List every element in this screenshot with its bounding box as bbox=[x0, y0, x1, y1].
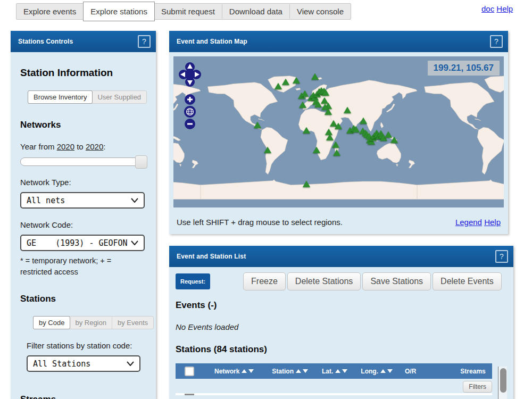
station-information-heading: Station Information bbox=[20, 67, 146, 79]
stations-table-header: Network Station Lat. Long. O/R Streams bbox=[176, 363, 492, 379]
save-stations-button[interactable]: Save Stations bbox=[362, 272, 431, 290]
request-button[interactable]: Request: bbox=[176, 273, 210, 289]
station-marker[interactable] bbox=[293, 77, 300, 84]
streams-heading: Streams bbox=[20, 394, 146, 399]
list-help-button[interactable]: ? bbox=[495, 250, 508, 263]
station-marker[interactable] bbox=[275, 83, 282, 89]
help-link[interactable]: Help bbox=[496, 4, 513, 13]
stations-table-scrollbar[interactable] bbox=[498, 367, 507, 399]
column-streams: Streams bbox=[460, 368, 485, 375]
sort-station-asc-icon[interactable] bbox=[296, 369, 301, 373]
chevron-down-icon bbox=[131, 198, 138, 203]
tab-submit-request[interactable]: Submit request bbox=[154, 4, 222, 19]
year-from-value[interactable]: 2020 bbox=[57, 142, 74, 151]
delete-stations-button[interactable]: Delete Stations bbox=[287, 272, 361, 290]
legend-link[interactable]: Legend bbox=[455, 218, 482, 227]
list-toolbar: Request: Freeze Delete Stations Save Sta… bbox=[169, 267, 513, 293]
station-marker[interactable] bbox=[332, 142, 339, 148]
doc-link[interactable]: doc bbox=[481, 4, 494, 13]
select-all-checkbox[interactable] bbox=[185, 367, 194, 376]
station-marker[interactable] bbox=[311, 73, 319, 80]
stations-controls-panel: Stations Controls ? Station Information … bbox=[11, 31, 156, 399]
tab-download-data[interactable]: Download data bbox=[222, 4, 290, 19]
tab-explore-stations[interactable]: Explore stations bbox=[83, 2, 155, 21]
station-marker[interactable] bbox=[335, 122, 342, 129]
station-marker[interactable] bbox=[254, 122, 261, 128]
list-panel-header: Event and Station List ? bbox=[169, 246, 513, 267]
station-marker[interactable] bbox=[322, 89, 329, 96]
station-marker[interactable] bbox=[303, 127, 310, 133]
sort-lat-desc-icon[interactable] bbox=[342, 369, 347, 373]
year-to-value[interactable]: 2020 bbox=[86, 142, 103, 151]
station-marker[interactable] bbox=[313, 147, 320, 153]
station-marker[interactable] bbox=[344, 107, 351, 113]
stations-count-heading: Stations (84 stations) bbox=[176, 344, 513, 355]
network-type-select[interactable]: All nets bbox=[20, 192, 145, 209]
sort-network-desc-icon[interactable] bbox=[248, 369, 254, 373]
year-range-label: Year from 2020 to 2020: bbox=[20, 142, 146, 151]
station-code-filter-label: Filter stations by station code: bbox=[27, 341, 146, 350]
station-marker[interactable] bbox=[325, 109, 332, 115]
map-panel-header: Event and Station Map ? bbox=[169, 31, 508, 52]
stations-controls-help-button[interactable]: ? bbox=[138, 35, 151, 48]
pan-control-icon[interactable] bbox=[179, 62, 201, 87]
delete-events-button[interactable]: Delete Events bbox=[433, 272, 502, 290]
column-station: Station bbox=[272, 368, 294, 375]
tab-by-events[interactable]: by Events bbox=[112, 317, 153, 329]
world-map-graphic bbox=[173, 56, 504, 207]
map-help-link[interactable]: Help bbox=[484, 218, 501, 227]
sort-long-desc-icon[interactable] bbox=[387, 369, 393, 373]
top-navigation: Explore events Explore stations Submit r… bbox=[16, 3, 351, 20]
network-code-label: Network Code: bbox=[20, 220, 146, 229]
chevron-down-icon bbox=[127, 361, 134, 366]
column-or: O/R bbox=[405, 368, 416, 375]
filters-row: Filters bbox=[176, 379, 492, 393]
no-events-message: No Events loaded bbox=[176, 322, 513, 331]
tab-browse-inventory[interactable]: Browse Inventory bbox=[28, 90, 93, 104]
map-panel-title: Event and Station Map bbox=[177, 38, 247, 45]
station-marker[interactable] bbox=[299, 102, 306, 108]
row-checkbox[interactable] bbox=[185, 394, 194, 395]
station-marker[interactable] bbox=[390, 137, 398, 143]
stations-controls-title: Stations Controls bbox=[18, 38, 73, 45]
year-range-slider[interactable] bbox=[20, 157, 142, 166]
main-tabbar: Explore events Explore stations Submit r… bbox=[16, 3, 351, 20]
zoom-control-icon[interactable] bbox=[183, 94, 197, 131]
sort-station-desc-icon[interactable] bbox=[303, 369, 308, 373]
network-note: * = temporary network; + = restricted ac… bbox=[20, 255, 143, 278]
event-station-list-panel: Event and Station List ? Request: Freeze… bbox=[169, 246, 513, 399]
tab-explore-events[interactable]: Explore events bbox=[16, 4, 84, 19]
chevron-down-icon bbox=[131, 240, 138, 245]
station-marker[interactable] bbox=[333, 149, 340, 156]
station-marker[interactable] bbox=[264, 147, 271, 153]
stations-controls-header: Stations Controls ? bbox=[11, 31, 156, 52]
tab-user-supplied[interactable]: User Supplied bbox=[92, 91, 146, 103]
network-type-label: Network Type: bbox=[20, 178, 146, 187]
world-map[interactable]: 199.21, 105.67 bbox=[173, 56, 504, 207]
filters-button[interactable]: Filters bbox=[463, 381, 492, 393]
list-actions: Freeze Delete Stations Save Stations Del… bbox=[243, 272, 502, 290]
sort-network-asc-icon[interactable] bbox=[242, 369, 247, 373]
doc-links: doc Help bbox=[481, 4, 513, 13]
list-panel-title: Event and Station List bbox=[177, 253, 246, 260]
tab-view-console[interactable]: View console bbox=[290, 4, 351, 19]
station-filter-tabs: by Code by Region by Events bbox=[33, 316, 154, 329]
sort-long-asc-icon[interactable] bbox=[380, 369, 386, 373]
events-heading: Events (-) bbox=[176, 300, 513, 311]
map-help-button[interactable]: ? bbox=[490, 35, 503, 48]
station-code-select[interactable]: All Stations bbox=[27, 355, 140, 372]
tab-by-region[interactable]: by Region bbox=[70, 317, 112, 329]
event-station-map-panel: Event and Station Map ? 199.21, 105.67 bbox=[169, 31, 508, 234]
scrollbar-thumb[interactable] bbox=[500, 368, 506, 393]
year-slider-handle[interactable] bbox=[135, 155, 147, 169]
tab-by-code[interactable]: by Code bbox=[33, 316, 70, 329]
station-marker[interactable] bbox=[303, 181, 310, 187]
station-marker[interactable] bbox=[282, 79, 289, 85]
stations-heading: Stations bbox=[20, 294, 146, 304]
freeze-button[interactable]: Freeze bbox=[243, 272, 286, 290]
networks-heading: Networks bbox=[20, 120, 146, 130]
station-marker[interactable] bbox=[326, 134, 334, 140]
sort-lat-asc-icon[interactable] bbox=[335, 369, 340, 373]
station-marker[interactable] bbox=[360, 117, 367, 123]
network-code-select[interactable]: GE (1993) - GEOFON bbox=[20, 235, 145, 251]
